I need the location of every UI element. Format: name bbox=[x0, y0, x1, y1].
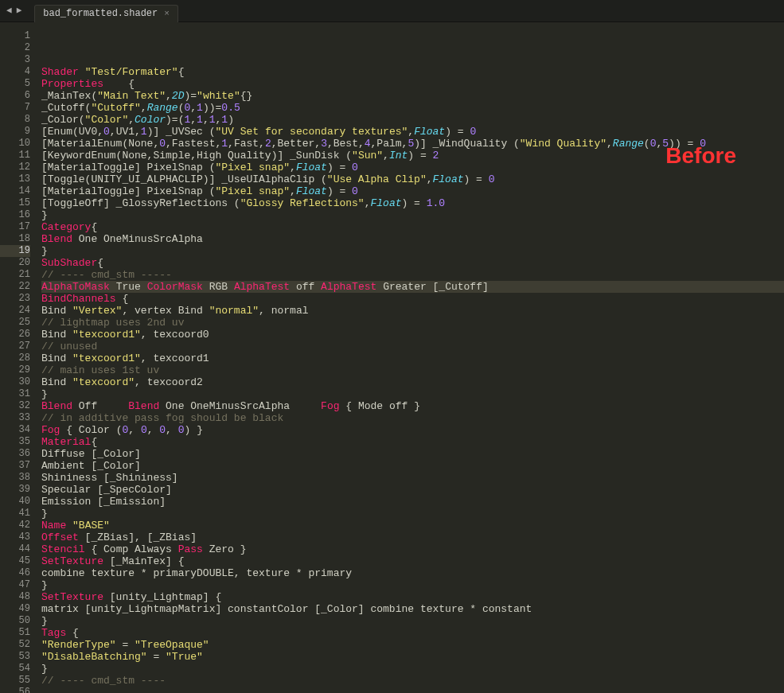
code-line[interactable]: "RenderType" = "TreeOpaque" bbox=[41, 639, 784, 651]
code-area[interactable]: Before Shader "Test/Formater"{Properties… bbox=[35, 22, 784, 693]
tab-label: bad_formatted.shader bbox=[43, 8, 158, 20]
code-line[interactable]: Diffuse [_Color] bbox=[41, 448, 784, 460]
line-number: 6 bbox=[0, 90, 30, 102]
nav-back-icon[interactable]: ◀ bbox=[6, 5, 12, 17]
line-number: 7 bbox=[0, 102, 30, 114]
code-line[interactable]: Material{ bbox=[41, 436, 784, 448]
code-line[interactable]: } bbox=[41, 579, 784, 591]
line-number: 26 bbox=[0, 329, 30, 341]
code-line[interactable]: Shader "Test/Formater"{ bbox=[41, 66, 784, 78]
line-number: 30 bbox=[0, 376, 30, 388]
code-line[interactable]: BindChannels { bbox=[41, 293, 784, 305]
code-line[interactable]: Bind "texcoord1", texcoord0 bbox=[41, 329, 784, 341]
line-number: 27 bbox=[0, 341, 30, 352]
code-line[interactable]: Category{ bbox=[41, 221, 784, 233]
code-line[interactable]: Emission [_Emission] bbox=[41, 496, 784, 508]
code-line[interactable]: } bbox=[41, 663, 784, 675]
line-number: 19 bbox=[0, 245, 30, 257]
file-tab[interactable]: bad_formatted.shader × bbox=[34, 5, 178, 22]
code-line[interactable]: _MainTex("Main Text",2D)="white"{} bbox=[41, 90, 784, 102]
line-number: 34 bbox=[0, 424, 30, 436]
line-number: 33 bbox=[0, 412, 30, 424]
line-number: 32 bbox=[0, 400, 30, 412]
line-number: 56 bbox=[0, 687, 30, 693]
code-line[interactable]: [Enum(UV0,0,UV1,1)] _UVSec ("UV Set for … bbox=[41, 126, 784, 138]
line-number: 21 bbox=[0, 269, 30, 281]
code-line[interactable]: Blend One OneMinusSrcAlpha bbox=[41, 233, 784, 245]
code-line[interactable]: _Color("Color",Color)=(1,1,1,1) bbox=[41, 114, 784, 126]
line-number: 20 bbox=[0, 257, 30, 269]
line-number: 37 bbox=[0, 460, 30, 472]
line-number: 2 bbox=[0, 42, 30, 54]
code-line[interactable]: Bind "texcoord1", texcoord1 bbox=[41, 352, 784, 364]
code-line[interactable]: } bbox=[41, 245, 784, 257]
code-line[interactable]: [MaterialToggle] PixelSnap ("Pixel snap"… bbox=[41, 185, 784, 197]
code-line[interactable] bbox=[41, 687, 784, 693]
code-line[interactable]: // lightmap uses 2nd uv bbox=[41, 317, 784, 329]
code-line[interactable]: Offset [_ZBias], [_ZBias] bbox=[41, 531, 784, 543]
code-line[interactable]: Bind "Vertex", vertex Bind "normal", nor… bbox=[41, 305, 784, 317]
code-line[interactable]: Stencil { Comp Always Pass Zero } bbox=[41, 543, 784, 555]
code-line[interactable]: } bbox=[41, 209, 784, 221]
line-number: 22 bbox=[0, 281, 30, 293]
line-number: 18 bbox=[0, 233, 30, 245]
code-line[interactable]: } bbox=[41, 615, 784, 627]
code-line[interactable]: // ---- cmd_stm ----- bbox=[41, 269, 784, 281]
code-line[interactable]: // in additive pass fog should be black bbox=[41, 412, 784, 424]
code-line[interactable]: // unused bbox=[41, 341, 784, 352]
line-number: 45 bbox=[0, 555, 30, 567]
code-line[interactable]: Bind "texcoord", texcoord2 bbox=[41, 376, 784, 388]
line-number: 16 bbox=[0, 209, 30, 221]
code-line[interactable]: combine texture * primaryDOUBLE, texture… bbox=[41, 567, 784, 579]
code-line[interactable]: SetTexture [unity_Lightmap] { bbox=[41, 591, 784, 603]
line-number: 1 bbox=[0, 30, 30, 42]
annotation-label: Before bbox=[665, 150, 736, 162]
line-number: 24 bbox=[0, 305, 30, 317]
code-line[interactable]: Specular [_SpecColor] bbox=[41, 484, 784, 496]
line-number: 4 bbox=[0, 66, 30, 78]
code-line[interactable]: [Toggle(UNITY_UI_ALPHACLIP)] _UseUIAlpha… bbox=[41, 173, 784, 185]
line-number: 23 bbox=[0, 293, 30, 305]
code-line[interactable]: Properties { bbox=[41, 78, 784, 90]
line-number: 47 bbox=[0, 579, 30, 591]
titlebar: ◀ ▶ bad_formatted.shader × bbox=[0, 0, 784, 22]
code-line[interactable]: Shininess [_Shininess] bbox=[41, 472, 784, 484]
code-line[interactable]: } bbox=[41, 388, 784, 400]
line-number: 40 bbox=[0, 496, 30, 508]
code-line[interactable]: Fog { Color (0, 0, 0, 0) } bbox=[41, 424, 784, 436]
line-number: 46 bbox=[0, 567, 30, 579]
close-icon[interactable]: × bbox=[164, 8, 170, 20]
code-line[interactable]: _Cutoff("Cutoff",Range(0,1))=0.5 bbox=[41, 102, 784, 114]
line-number: 49 bbox=[0, 603, 30, 615]
line-number: 44 bbox=[0, 543, 30, 555]
code-line[interactable]: AlphaToMask True ColorMask RGB AlphaTest… bbox=[41, 281, 784, 293]
line-number: 31 bbox=[0, 388, 30, 400]
line-number: 43 bbox=[0, 531, 30, 543]
line-number: 52 bbox=[0, 639, 30, 651]
code-line[interactable]: // main uses 1st uv bbox=[41, 364, 784, 376]
line-number: 54 bbox=[0, 663, 30, 675]
code-line[interactable]: SetTexture [_MainTex] { bbox=[41, 555, 784, 567]
nav-forward-icon[interactable]: ▶ bbox=[17, 5, 22, 17]
code-line[interactable]: "DisableBatching" = "True" bbox=[41, 651, 784, 663]
code-line[interactable]: Blend Off Blend One OneMinusSrcAlpha Fog… bbox=[41, 400, 784, 412]
line-number: 53 bbox=[0, 651, 30, 663]
line-number: 11 bbox=[0, 150, 30, 162]
line-number: 8 bbox=[0, 114, 30, 126]
line-number: 39 bbox=[0, 484, 30, 496]
code-line[interactable]: // ---- cmd_stm ---- bbox=[41, 675, 784, 687]
line-number: 50 bbox=[0, 615, 30, 627]
code-line[interactable]: Ambient [_Color] bbox=[41, 460, 784, 472]
editor: 1234567891011121314151617181920212223242… bbox=[0, 22, 784, 693]
line-number: 36 bbox=[0, 448, 30, 460]
line-number: 13 bbox=[0, 173, 30, 185]
line-number: 15 bbox=[0, 197, 30, 209]
code-line[interactable]: Name "BASE" bbox=[41, 520, 784, 531]
code-line[interactable]: [ToggleOff] _GlossyReflections ("Glossy … bbox=[41, 197, 784, 209]
line-number: 38 bbox=[0, 472, 30, 484]
line-number: 28 bbox=[0, 352, 30, 364]
code-line[interactable]: Tags { bbox=[41, 627, 784, 639]
code-line[interactable]: matrix [unity_LightmapMatrix] constantCo… bbox=[41, 603, 784, 615]
code-line[interactable]: SubShader{ bbox=[41, 257, 784, 269]
code-line[interactable]: } bbox=[41, 508, 784, 520]
